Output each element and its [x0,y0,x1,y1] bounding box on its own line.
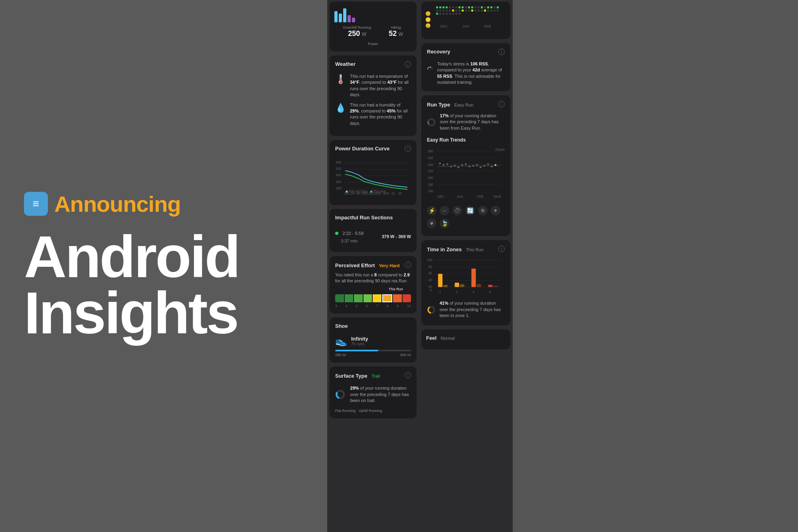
far-right-column: 😊 🟡 😐 // Generated inline dots in the SV… [419,0,513,532]
effort-title-row: Perceived Effort Very Hard [335,262,400,269]
svg-rect-32 [458,6,460,8]
title-line1: Android [24,229,303,285]
run-type-text: 17% of your running duration over the pr… [440,113,505,131]
svg-rect-37 [474,6,476,8]
svg-rect-48 [446,10,448,12]
downhill-label: Downhill Running [343,26,371,30]
leaf-icon[interactable]: 🍃 [440,219,449,228]
svg-point-107 [491,166,493,167]
effort-seg-3 [354,294,363,302]
svg-rect-43 [494,6,496,8]
svg-text:2h: 2h [398,192,402,195]
svg-point-95 [446,163,448,165]
effort-info-icon[interactable]: i [405,262,411,268]
logo-icon: ≡ [33,197,39,210]
zone4-current-bar [488,285,492,287]
left-panel: ≡ Announcing Android Insights [0,0,327,532]
run-type-info-icon[interactable]: i [498,101,505,107]
svg-text:Power: Power [496,148,505,152]
surface-header: Surface Type Trail i [335,372,411,379]
zones-chart: 100 80 60 40 20 0 1 2 [427,256,505,296]
power-bar-3 [343,8,346,22]
effort-badge: Very Hard [379,263,399,268]
power-curve-info-icon[interactable]: i [405,146,411,152]
surface-donut-chart [335,382,346,406]
clock-icon[interactable]: ⏱ [452,206,462,215]
power-curve-card: Power Duration Curve i 600 500 400 300 2… [330,140,417,205]
feel-badge: Normal [440,336,454,341]
svg-rect-62 [490,10,492,12]
surface-donut-container: 29% of your running duration over the pr… [335,382,411,406]
power-bar-5 [352,18,355,22]
svg-rect-67 [442,13,444,15]
impact-duration: 3:37 min [341,238,358,243]
svg-point-96 [450,166,452,167]
hiking-stat: Hiking 52 W [389,26,403,38]
hiking-label: Hiking [389,26,403,30]
zone2-prev-bar [460,284,464,287]
svg-rect-28 [446,6,448,8]
svg-text:180: 180 [428,182,433,186]
title-line2: Insights [24,285,303,341]
svg-rect-38 [478,6,480,8]
temp-row: 🌡️ This run had a temperature of 34°F, c… [335,73,411,98]
logo-box: ≡ [24,192,48,216]
shoe-card: Shoe 👟 Infinity 75 runs 285 mi 500 mi [330,317,417,363]
perceived-effort-card: Perceived Effort Very Hard i You rated t… [330,256,417,314]
effort-seg-2 [345,294,354,302]
svg-text:DEC: DEC [437,195,444,199]
svg-rect-40 [484,6,486,8]
svg-text:1: 1 [439,290,441,294]
weather-card: Weather i 🌡️ This run had a temperature … [330,55,417,136]
emoji-1: 😊 [425,11,431,16]
surface-title: Surface Type [335,373,367,379]
feel-title: Feel [426,335,437,341]
refresh-icon[interactable]: ↔ [440,206,449,215]
droplet-icon: 💧 [335,103,346,113]
weather-title: Weather [335,61,356,67]
zones-info-icon[interactable]: i [498,246,505,252]
shoe-runs: 75 runs [351,342,368,346]
main-title: Android Insights [24,229,303,341]
middle-column: Downhill Running 250 W Hiking 52 W Power… [327,0,419,532]
svg-point-77 [428,119,435,125]
svg-text:300: 300 [336,180,342,184]
heart-icon[interactable]: ♥ [427,219,437,228]
activity-heatmap: // Generated inline dots in the SVG [432,6,500,33]
snowflake-icon[interactable]: ❄ [478,206,488,215]
svg-text:220: 220 [428,169,433,173]
effort-title: Perceived Effort [335,262,375,268]
run-type-donut-chart [427,111,436,133]
svg-rect-61 [487,10,489,12]
svg-text:FEB: FEB [477,195,484,199]
svg-rect-58 [478,10,480,12]
calendar-content: 😊 🟡 😐 // Generated inline dots in the SV… [425,6,506,35]
downhill-value: 250 [348,30,360,37]
surface-info-icon[interactable]: i [405,372,411,378]
shoe-fill [335,350,378,351]
run-type-header: Run Type Easy Run i [427,101,505,108]
feel-title-row: Feel Normal [426,334,455,341]
shoe-labels: 285 mi 500 mi [335,353,411,357]
humidity-row: 💧 This run had a humidity of 29%, compar… [335,102,411,127]
svg-rect-69 [449,13,451,15]
repeat-icon[interactable]: 🔄 [465,206,475,215]
svg-rect-35 [468,6,470,8]
power-bars [334,6,412,22]
svg-point-106 [487,163,489,165]
svg-rect-59 [481,10,483,12]
svg-rect-60 [484,10,486,12]
this-run-marker-label: This Run [335,287,411,291]
svg-point-100 [465,163,467,165]
recovery-info-icon[interactable]: i [498,49,505,55]
weather-info-icon[interactable]: i [405,61,411,67]
star-icon[interactable]: ✦ [491,206,500,215]
lightning-icon[interactable]: ⚡ [427,206,437,215]
zone3-prev-bar [476,284,481,287]
effort-seg-7 [393,294,402,302]
power-label: Power [368,42,378,46]
shoe-bar: 285 mi 500 mi [335,350,411,357]
emoji-3: 😐 [425,23,431,28]
svg-rect-51 [455,10,457,12]
shoe-dist-max: 500 mi [400,353,411,357]
